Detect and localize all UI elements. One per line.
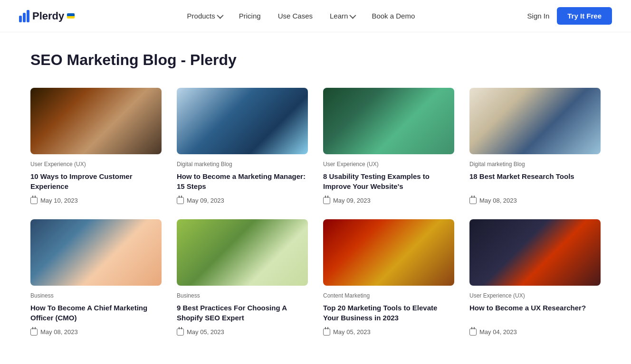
card-thumbnail (469, 88, 601, 154)
card-title: Top 20 Marketing Tools to Elevate Your B… (323, 303, 454, 323)
blog-card[interactable]: User Experience (UX) How to Become a UX … (469, 219, 601, 336)
card-category: Business (177, 292, 308, 299)
card-thumbnail (177, 219, 308, 286)
card-title: How to Become a UX Researcher? (469, 303, 601, 323)
card-category: User Experience (UX) (30, 161, 162, 168)
card-date-text: May 08, 2023 (479, 197, 517, 204)
blog-card[interactable]: Content Marketing Top 20 Marketing Tools… (323, 219, 454, 336)
card-image (30, 88, 162, 154)
card-date-text: May 08, 2023 (40, 328, 78, 336)
card-category: Digital marketing Blog (177, 161, 308, 168)
nav-use-cases[interactable]: Use Cases (271, 8, 319, 24)
calendar-icon (469, 328, 477, 336)
blog-card[interactable]: Business 9 Best Practices For Choosing A… (177, 219, 308, 336)
card-date-text: May 09, 2023 (333, 197, 371, 204)
card-thumbnail (30, 88, 162, 154)
nav-book-demo[interactable]: Book a Demo (365, 8, 421, 24)
calendar-icon (177, 197, 184, 204)
chevron-down-icon (217, 12, 223, 19)
card-date-text: May 10, 2023 (40, 197, 78, 204)
card-thumbnail (177, 88, 308, 154)
main-content: SEO Marketing Blog - Plerdy User Experie… (11, 32, 620, 364)
card-thumbnail (30, 219, 162, 286)
nav-links: Products Pricing Use Cases Learn Book a … (181, 8, 422, 24)
card-date: May 05, 2023 (177, 328, 308, 336)
blog-grid: User Experience (UX) 10 Ways to Improve … (30, 88, 601, 336)
card-title: 9 Best Practices For Choosing A Shopify … (177, 303, 308, 323)
sign-in-link[interactable]: Sign In (527, 12, 550, 20)
card-image (177, 219, 308, 286)
logo-text: Plerdy (32, 10, 64, 22)
card-date: May 10, 2023 (30, 197, 162, 204)
calendar-icon (177, 328, 184, 336)
card-category: User Experience (UX) (323, 161, 454, 168)
navbar: Plerdy Products Pricing Use Cases Learn … (0, 0, 631, 32)
card-image (323, 88, 454, 154)
card-category: Content Marketing (323, 292, 454, 299)
card-image (469, 88, 601, 154)
calendar-icon (323, 328, 330, 336)
card-date: May 08, 2023 (30, 328, 162, 336)
logo-bar-1 (19, 16, 22, 22)
card-thumbnail (323, 219, 454, 286)
try-free-button[interactable]: Try It Free (557, 7, 612, 25)
card-title: 8 Usability Testing Examples to Improve … (323, 171, 454, 191)
card-date: May 04, 2023 (469, 328, 601, 336)
calendar-icon (30, 328, 38, 336)
card-category: User Experience (UX) (469, 292, 601, 299)
card-title: How To Become A Chief Marketing Officer … (30, 303, 162, 323)
card-image (30, 219, 162, 286)
card-title: How to Become a Marketing Manager: 15 St… (177, 171, 308, 191)
card-image (323, 219, 454, 286)
nav-learn[interactable]: Learn (323, 8, 361, 24)
card-category: Business (30, 292, 162, 299)
card-date: May 05, 2023 (323, 328, 454, 336)
logo-link[interactable]: Plerdy (19, 10, 75, 22)
blog-card[interactable]: User Experience (UX) 8 Usability Testing… (323, 88, 454, 204)
page-title: SEO Marketing Blog - Plerdy (30, 51, 601, 69)
logo-icon (19, 10, 29, 22)
card-title: 10 Ways to Improve Customer Experience (30, 171, 162, 191)
nav-products[interactable]: Products (181, 8, 229, 24)
card-image (177, 88, 308, 154)
card-date: May 09, 2023 (177, 197, 308, 204)
card-date: May 09, 2023 (323, 197, 454, 204)
card-date-text: May 05, 2023 (187, 328, 224, 336)
blog-card[interactable]: Digital marketing Blog 18 Best Market Re… (469, 88, 601, 204)
blog-card[interactable]: Digital marketing Blog How to Become a M… (177, 88, 308, 204)
blog-card[interactable]: Business How To Become A Chief Marketing… (30, 219, 162, 336)
logo-bar-3 (27, 10, 29, 22)
card-date: May 08, 2023 (469, 197, 601, 204)
card-date-text: May 05, 2023 (333, 328, 371, 336)
nav-pricing[interactable]: Pricing (232, 8, 268, 24)
ukraine-flag-icon (67, 13, 75, 19)
blog-card[interactable]: User Experience (UX) 10 Ways to Improve … (30, 88, 162, 204)
calendar-icon (323, 197, 330, 204)
chevron-down-icon (350, 12, 356, 19)
card-category: Digital marketing Blog (469, 161, 601, 168)
card-image (469, 219, 601, 286)
calendar-icon (469, 197, 477, 204)
card-thumbnail (469, 219, 601, 286)
calendar-icon (30, 197, 38, 204)
card-date-text: May 09, 2023 (187, 197, 224, 204)
logo-bar-2 (23, 13, 26, 22)
card-thumbnail (323, 88, 454, 154)
nav-actions: Sign In Try It Free (527, 7, 612, 25)
card-date-text: May 04, 2023 (479, 328, 517, 336)
card-title: 18 Best Market Research Tools (469, 171, 601, 191)
